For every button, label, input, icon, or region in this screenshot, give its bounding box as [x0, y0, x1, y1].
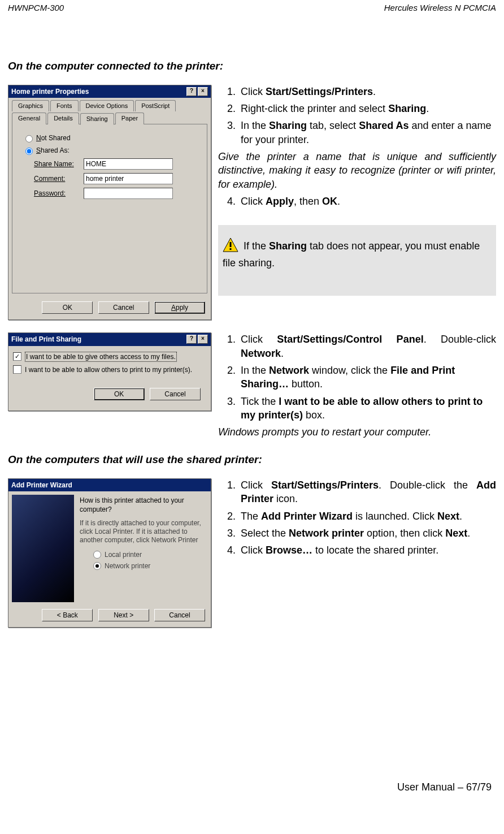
- tab-paper[interactable]: Paper: [115, 113, 144, 124]
- radio-shared-as[interactable]: [25, 148, 33, 155]
- label-network-printer: Network printer: [105, 561, 150, 571]
- wizard-banner-image: [12, 495, 74, 602]
- step: Right-click the printer and select Shari…: [238, 102, 496, 115]
- section-title-1: On the computer connected to the printer…: [8, 59, 496, 74]
- comment-input[interactable]: [84, 173, 173, 184]
- radio-network-printer[interactable]: [93, 562, 101, 570]
- tab-device-options[interactable]: Device Options: [80, 100, 134, 111]
- step: Click Apply, then OK.: [238, 195, 496, 208]
- checkbox-share-files[interactable]: ✓: [13, 352, 21, 361]
- steps-list-3: Click Start/Settings/Printers. Double-cl…: [218, 478, 496, 557]
- label-local-printer: Local printer: [105, 550, 142, 559]
- wizard-question: How is this printer attached to your com…: [80, 496, 205, 514]
- label-comment: Comment:: [34, 174, 80, 183]
- steps-list-2: Click Start/Settings/Control Panel. Doub…: [218, 332, 496, 422]
- ok-button[interactable]: OK: [94, 388, 145, 400]
- printer-properties-dialog: Home printer Properties ? × Graphics Fon…: [8, 85, 211, 320]
- label-shared-as: Shared As:: [36, 146, 69, 155]
- header-left: HWNPCM-300: [8, 2, 64, 14]
- step: The Add Printer Wizard is launched. Clic…: [238, 509, 496, 523]
- label-password: Password:: [34, 189, 80, 198]
- help-icon[interactable]: ?: [186, 87, 197, 96]
- naming-tip: Give the printer a name that is unique a…: [218, 150, 496, 191]
- dialog3-title: Add Printer Wizard: [11, 481, 72, 490]
- svg-rect-2: [230, 248, 232, 250]
- step: Click Start/Settings/Printers. Double-cl…: [238, 478, 496, 506]
- help-icon[interactable]: ?: [186, 335, 197, 344]
- share-name-input[interactable]: [84, 158, 173, 170]
- wizard-hint: If it is directly attached to your compu…: [80, 519, 205, 545]
- cancel-button[interactable]: Cancel: [98, 301, 149, 314]
- password-input[interactable]: [84, 188, 173, 199]
- cancel-button[interactable]: Cancel: [154, 609, 205, 621]
- label-share-files: I want to be able to give others access …: [25, 352, 177, 362]
- note-text: If the Sharing tab does not appear, you …: [223, 240, 480, 268]
- step: In the Sharing tab, select Shared As and…: [238, 119, 496, 146]
- label-not-shared: Not Shared: [36, 133, 71, 142]
- cancel-button[interactable]: Cancel: [150, 388, 201, 400]
- tab-postscript[interactable]: PostScript: [135, 100, 176, 111]
- warning-note: If the Sharing tab does not appear, you …: [218, 225, 496, 296]
- label-share-printers: I want to be able to allow others to pri…: [25, 365, 192, 374]
- checkbox-share-printers[interactable]: [13, 365, 21, 374]
- dialog1-title: Home printer Properties: [11, 87, 89, 96]
- svg-rect-1: [230, 242, 232, 247]
- close-icon[interactable]: ×: [198, 87, 208, 96]
- ok-button[interactable]: OK: [42, 301, 93, 314]
- close-icon[interactable]: ×: [198, 335, 208, 344]
- step: Click Start/Settings/Control Panel. Doub…: [238, 332, 496, 360]
- steps-list-1: Click Start/Settings/Printers. Right-cli…: [218, 85, 496, 146]
- step: Select the Network printer option, then …: [238, 526, 496, 540]
- next-button[interactable]: Next >: [98, 609, 149, 621]
- add-printer-wizard-dialog: Add Printer Wizard How is this printer a…: [8, 478, 211, 628]
- restart-note: Windows prompts you to restart your comp…: [218, 425, 496, 439]
- dialog2-title: File and Print Sharing: [11, 335, 81, 344]
- step: Click Browse… to locate the shared print…: [238, 543, 496, 557]
- step: Tick the I want to be able to allow othe…: [238, 395, 496, 422]
- back-button[interactable]: < Back: [42, 609, 93, 621]
- radio-local-printer[interactable]: [93, 551, 101, 559]
- warning-icon: [223, 237, 238, 256]
- header-right: Hercules Wireless N PCMCIA: [384, 2, 496, 14]
- tab-details[interactable]: Details: [47, 113, 79, 124]
- section-title-2: On the computers that will use the share…: [8, 452, 496, 467]
- file-print-sharing-dialog: File and Print Sharing ? × ✓ I want to b…: [8, 332, 211, 411]
- radio-not-shared[interactable]: [25, 135, 33, 142]
- page-footer: User Manual – 67/79: [8, 780, 496, 794]
- step: In the Network window, click the File an…: [238, 364, 496, 391]
- tab-general[interactable]: General: [12, 113, 46, 124]
- tab-sharing[interactable]: Sharing: [80, 113, 114, 125]
- apply-button[interactable]: Apply: [154, 301, 205, 314]
- label-share-name: Share Name:: [34, 159, 80, 168]
- tab-fonts[interactable]: Fonts: [50, 100, 79, 111]
- step: Click Start/Settings/Printers.: [238, 85, 496, 98]
- steps-list-1b: Click Apply, then OK.: [218, 195, 496, 208]
- tab-graphics[interactable]: Graphics: [12, 100, 49, 111]
